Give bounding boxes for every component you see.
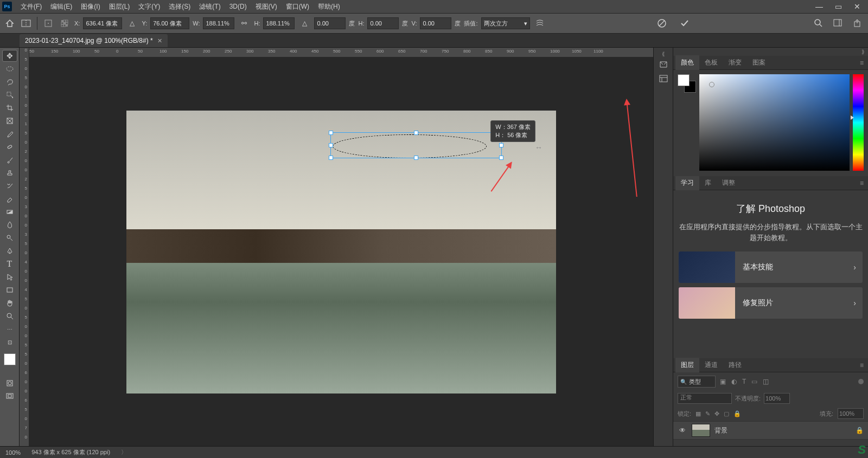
learn-card-fix[interactable]: 修复照片 ›: [679, 287, 863, 319]
link-wh-icon[interactable]: ⚯: [238, 17, 251, 30]
history-brush-tool[interactable]: [2, 180, 17, 192]
document-tab[interactable]: 2023-01-23_140704.jpg @ 100%(RGB/8#) * ✕: [20, 34, 168, 47]
ref-grid-icon[interactable]: [58, 17, 71, 30]
crop-tool[interactable]: [2, 102, 17, 114]
blend-mode-select[interactable]: 正常: [678, 393, 732, 404]
y-input[interactable]: [150, 17, 189, 29]
type-tool[interactable]: T: [2, 258, 17, 270]
brush-tool[interactable]: [2, 154, 17, 166]
hue-slider[interactable]: [853, 74, 864, 171]
interp-select[interactable]: 两次立方▾: [481, 17, 530, 29]
lock-pixels-icon[interactable]: ▦: [695, 410, 701, 417]
window-close-icon[interactable]: ✕: [854, 2, 860, 11]
screen-mode-icon[interactable]: [2, 390, 17, 402]
eyedropper-tool[interactable]: [2, 128, 17, 140]
properties-panel-icon[interactable]: [656, 72, 671, 85]
layer-thumbnail[interactable]: [692, 424, 710, 437]
panel-menu-icon[interactable]: ≡: [856, 59, 868, 67]
horizontal-ruler[interactable]: 5015010050050100150200250300350400450500…: [29, 48, 653, 57]
doc-dimensions[interactable]: 943 像素 x 625 像素 (120 ppi): [31, 448, 110, 456]
layer-filter-kind[interactable]: 🔍类型: [678, 376, 716, 388]
panel-menu-icon[interactable]: ≡: [856, 179, 868, 187]
tab-learn[interactable]: 学习: [675, 176, 699, 190]
workspace-icon[interactable]: [831, 16, 844, 29]
fill-input[interactable]: [838, 408, 864, 419]
healing-tool[interactable]: [2, 141, 17, 153]
quick-mask-icon[interactable]: [2, 377, 17, 389]
filter-smart-icon[interactable]: ◫: [763, 378, 769, 385]
history-panel-icon[interactable]: [656, 58, 671, 71]
foreground-swatch[interactable]: [678, 74, 690, 86]
lock-artboard-icon[interactable]: ▢: [724, 410, 729, 417]
saturation-box[interactable]: [699, 74, 850, 171]
tab-close-icon[interactable]: ✕: [157, 37, 162, 44]
filter-type-icon[interactable]: T: [742, 378, 746, 385]
eraser-tool[interactable]: [2, 193, 17, 205]
layer-background[interactable]: 👁 背景 🔒: [673, 421, 868, 440]
lasso-tool[interactable]: [2, 76, 17, 88]
menu-type[interactable]: 文字(Y): [134, 2, 164, 11]
window-maximize-icon[interactable]: ▭: [835, 2, 842, 11]
share-icon[interactable]: [851, 16, 864, 29]
reference-point-icon[interactable]: [42, 17, 55, 30]
menu-layer[interactable]: 图层(L): [105, 2, 135, 11]
edit-toolbar[interactable]: ⊡: [2, 336, 17, 348]
path-select-tool[interactable]: [2, 271, 17, 283]
marquee-tool[interactable]: [2, 63, 17, 75]
stamp-tool[interactable]: [2, 167, 17, 179]
quick-select-tool[interactable]: [2, 89, 17, 101]
handle-bottom-center[interactable]: [414, 156, 418, 160]
tab-color[interactable]: 颜色: [675, 55, 699, 70]
zoom-level[interactable]: 100%: [5, 449, 21, 456]
tab-channels[interactable]: 通道: [699, 358, 723, 372]
skew-h-input[interactable]: [367, 17, 399, 29]
hue-cursor[interactable]: [851, 115, 854, 120]
menu-view[interactable]: 视图(V): [251, 2, 282, 11]
filter-adjust-icon[interactable]: ◐: [731, 378, 737, 385]
learn-card-basics[interactable]: 基本技能 ›: [679, 251, 863, 283]
lock-position-icon[interactable]: ✥: [714, 410, 719, 417]
zoom-tool[interactable]: [2, 310, 17, 322]
home-icon[interactable]: [3, 17, 16, 30]
triangle-icon[interactable]: △: [125, 17, 138, 30]
handle-mid-right[interactable]: [499, 143, 503, 147]
toolbar-more[interactable]: ⋯: [2, 323, 17, 335]
menu-select[interactable]: 选择(S): [164, 2, 195, 11]
tab-library[interactable]: 库: [699, 176, 717, 190]
tab-layers[interactable]: 图层: [675, 358, 699, 372]
tab-gradients[interactable]: 渐变: [723, 55, 747, 70]
gradient-tool[interactable]: [2, 206, 17, 218]
tab-swatches[interactable]: 色板: [699, 55, 723, 70]
filter-pixel-icon[interactable]: ▣: [720, 378, 726, 385]
layer-name[interactable]: 背景: [714, 426, 727, 435]
sat-cursor[interactable]: [709, 82, 714, 87]
search-icon[interactable]: [812, 16, 825, 29]
move-tool[interactable]: ✥: [2, 50, 17, 62]
menu-file[interactable]: 文件(F): [16, 2, 46, 11]
menu-3d[interactable]: 3D(D): [225, 3, 251, 10]
menu-edit[interactable]: 编辑(E): [46, 2, 76, 11]
w-input[interactable]: [203, 17, 234, 29]
hand-tool[interactable]: [2, 297, 17, 309]
blur-tool[interactable]: [2, 219, 17, 231]
menu-image[interactable]: 图像(I): [76, 2, 104, 11]
warp-icon[interactable]: [533, 17, 546, 30]
dodge-tool[interactable]: [2, 232, 17, 244]
tab-patterns[interactable]: 图案: [747, 55, 771, 70]
commit-transform-icon[interactable]: [678, 17, 691, 30]
transform-tool-icon[interactable]: [20, 17, 33, 30]
vertical-ruler[interactable]: 0505010015020025030035040045050055060065…: [20, 48, 29, 446]
menu-help[interactable]: 帮助(H): [314, 2, 344, 11]
fg-bg-swatches[interactable]: [678, 74, 696, 93]
cancel-transform-icon[interactable]: [655, 17, 668, 30]
filter-toggle[interactable]: [858, 379, 864, 384]
transform-bounding-box[interactable]: [330, 132, 502, 158]
handle-bottom-left[interactable]: [329, 156, 333, 160]
image-canvas[interactable]: ↔ W：367 像素 H： 56 像素: [126, 111, 556, 394]
foreground-color[interactable]: [4, 353, 16, 365]
visibility-icon[interactable]: 👁: [678, 427, 687, 434]
menu-window[interactable]: 窗口(W): [282, 2, 314, 11]
layer-filter-buttons[interactable]: ▣ ◐ T ▭ ◫: [720, 378, 769, 385]
lock-all-icon[interactable]: 🔒: [733, 410, 741, 417]
handle-mid-left[interactable]: [329, 143, 333, 147]
